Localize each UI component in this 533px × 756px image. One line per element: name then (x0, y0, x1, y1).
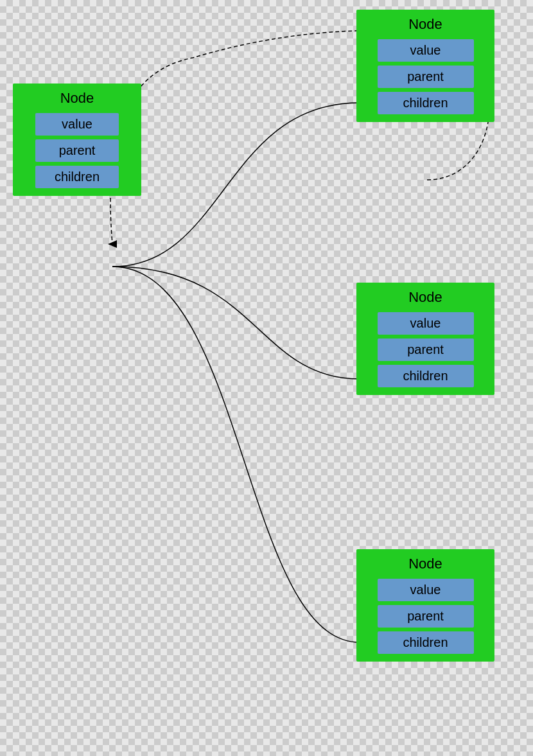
node-mid-right-children: children (378, 365, 474, 387)
node-mid-right-title: Node (408, 289, 442, 306)
node-bot-right-value: value (378, 579, 474, 601)
line-to-top-right (112, 103, 360, 267)
node-left-title: Node (60, 90, 94, 107)
arrow-head (108, 240, 117, 248)
node-left-children: children (35, 166, 119, 188)
node-top-right: Node value parent children (356, 10, 494, 122)
node-bot-right-parent: parent (378, 605, 474, 628)
line-to-mid-right (112, 267, 360, 379)
node-top-right-value: value (378, 39, 474, 62)
node-top-right-parent: parent (378, 66, 474, 88)
line-to-bot-right (112, 267, 360, 642)
node-mid-right-parent: parent (378, 338, 474, 361)
node-top-right-title: Node (408, 16, 442, 33)
node-bot-right-children: children (378, 631, 474, 654)
node-mid-right-value: value (378, 312, 474, 335)
node-bot-right: Node value parent children (356, 549, 494, 662)
node-mid-right: Node value parent children (356, 283, 494, 395)
node-left-parent: parent (35, 139, 119, 162)
node-bot-right-title: Node (408, 556, 442, 572)
node-left: Node value parent children (13, 84, 141, 196)
node-top-right-children: children (378, 92, 474, 114)
node-left-value: value (35, 113, 119, 136)
